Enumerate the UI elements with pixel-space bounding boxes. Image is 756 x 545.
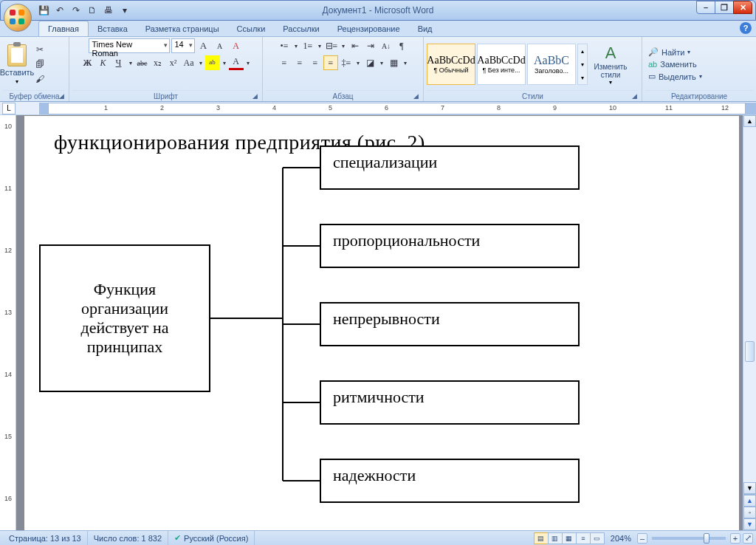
horizontal-ruler[interactable]: 123456789101112 xyxy=(39,103,756,114)
tab-review[interactable]: Рецензирование xyxy=(329,21,409,36)
help-icon[interactable]: ? xyxy=(740,22,752,34)
font-name-select[interactable]: Times New Roman ▾ xyxy=(89,38,170,53)
tab-mailings[interactable]: Рассылки xyxy=(274,21,328,36)
tab-view[interactable]: Вид xyxy=(409,21,441,36)
highlight-button[interactable]: ab xyxy=(205,55,220,70)
zoom-in-button[interactable]: + xyxy=(730,533,740,544)
justify-button[interactable]: ≡ xyxy=(323,55,338,70)
clear-format-button[interactable]: A xyxy=(229,38,244,53)
office-button[interactable] xyxy=(4,4,32,32)
borders-dropdown-icon[interactable]: ▾ xyxy=(402,55,409,70)
qat-new-icon[interactable]: 🗋 xyxy=(86,4,98,16)
styles-launcher-icon[interactable]: ◢ xyxy=(630,92,639,101)
cut-button[interactable]: ✂ xyxy=(32,43,47,56)
subscript-button[interactable]: x₂ xyxy=(151,55,165,70)
find-button[interactable]: 🔎 Найти ▾ xyxy=(647,47,704,58)
highlight-dropdown-icon[interactable]: ▾ xyxy=(221,55,228,70)
decrease-indent-button[interactable]: ⇤ xyxy=(348,38,362,53)
tab-insert[interactable]: Вставка xyxy=(89,21,137,36)
shading-button[interactable]: ◪ xyxy=(362,55,377,70)
paste-dropdown-icon[interactable]: ▾ xyxy=(16,78,18,85)
grow-font-button[interactable]: A xyxy=(196,38,211,53)
line-spacing-button[interactable]: ‡≡ xyxy=(339,55,354,70)
multilevel-button[interactable]: ⊟≡ xyxy=(324,38,339,53)
prev-page-button[interactable]: ▲ xyxy=(743,495,756,507)
vertical-ruler[interactable]: 10111213141516 xyxy=(0,115,16,530)
minimize-button[interactable]: – xyxy=(696,1,715,14)
font-size-select[interactable]: 14 ▾ xyxy=(171,38,195,53)
show-marks-button[interactable]: ¶ xyxy=(394,38,409,53)
scroll-track[interactable] xyxy=(743,127,756,482)
word-count[interactable]: Число слов: 1 832 xyxy=(88,531,168,545)
bold-button[interactable]: Ж xyxy=(80,55,95,70)
qat-save-icon[interactable]: 💾 xyxy=(38,4,49,16)
style-heading[interactable]: AaBbC Заголово... xyxy=(527,44,576,85)
styles-down-icon[interactable]: ▾ xyxy=(578,58,587,71)
zoom-value[interactable]: 204% xyxy=(605,534,637,543)
paragraph-launcher-icon[interactable]: ◢ xyxy=(411,92,420,101)
page[interactable]: функционирования предприятия (рис. 2). Ф… xyxy=(24,115,740,530)
numbering-button[interactable]: 1≡ xyxy=(300,38,315,53)
diagram-child-2[interactable]: пропорциональности xyxy=(320,224,580,268)
diagram-main-box[interactable]: Функция организации действует на принцип… xyxy=(39,244,210,392)
underline-dropdown-icon[interactable]: ▾ xyxy=(127,55,134,70)
font-color-button[interactable]: A xyxy=(229,55,244,70)
replace-button[interactable]: ab Заменить xyxy=(647,59,704,69)
format-painter-button[interactable]: 🖌 xyxy=(32,72,47,86)
tab-selector-button[interactable]: L xyxy=(2,103,16,114)
view-print-layout-button[interactable]: ▤ xyxy=(534,532,549,544)
clipboard-launcher-icon[interactable]: ◢ xyxy=(57,92,66,101)
change-case-button[interactable]: Aa xyxy=(182,55,196,70)
view-full-screen-button[interactable]: ▥ xyxy=(548,532,563,544)
superscript-button[interactable]: x² xyxy=(166,55,181,70)
bullets-dropdown-icon[interactable]: ▾ xyxy=(292,38,300,53)
case-dropdown-icon[interactable]: ▾ xyxy=(197,55,205,70)
tab-home[interactable]: Главная xyxy=(38,21,89,36)
zoom-expand-button[interactable]: ⤢ xyxy=(743,533,753,544)
view-web-button[interactable]: ▦ xyxy=(562,532,577,544)
diagram-child-4[interactable]: ритмичности xyxy=(320,380,580,425)
styles-more-icon[interactable]: ▾ xyxy=(578,71,587,84)
qat-redo-icon[interactable]: ↷ xyxy=(70,4,82,16)
language-status[interactable]: ✔ Русский (Россия) xyxy=(168,531,255,545)
qat-print-icon[interactable]: 🖶 xyxy=(103,4,114,16)
style-normal[interactable]: AaBbCcDd ¶ Обычный xyxy=(427,44,475,85)
page-status[interactable]: Страница: 13 из 13 xyxy=(3,531,88,545)
bullets-button[interactable]: •≡ xyxy=(277,38,292,53)
align-left-button[interactable]: ≡ xyxy=(277,55,292,70)
borders-button[interactable]: ▦ xyxy=(386,55,401,70)
font-color-dropdown-icon[interactable]: ▾ xyxy=(244,55,252,70)
qat-customize-icon[interactable]: ▾ xyxy=(119,4,131,16)
next-page-button[interactable]: ▼ xyxy=(743,518,756,530)
browse-object-button[interactable]: ◦ xyxy=(743,507,756,518)
view-draft-button[interactable]: ▭ xyxy=(590,532,605,544)
spacing-dropdown-icon[interactable]: ▾ xyxy=(354,55,362,70)
align-right-button[interactable]: ≡ xyxy=(308,55,323,70)
increase-indent-button[interactable]: ⇥ xyxy=(363,38,378,53)
styles-up-icon[interactable]: ▴ xyxy=(578,44,587,58)
close-button[interactable]: ✕ xyxy=(733,1,752,14)
maximize-button[interactable]: ❐ xyxy=(715,1,734,14)
select-button[interactable]: ▭ Выделить ▾ xyxy=(647,71,704,82)
numbering-dropdown-icon[interactable]: ▾ xyxy=(316,38,323,53)
qat-undo-icon[interactable]: ↶ xyxy=(54,4,66,16)
shrink-font-button[interactable]: A xyxy=(213,38,227,53)
shading-dropdown-icon[interactable]: ▾ xyxy=(378,55,385,70)
zoom-thumb[interactable] xyxy=(704,533,709,544)
change-styles-button[interactable]: A Изменить стили ▾ xyxy=(592,44,629,86)
scroll-down-button[interactable]: ▼ xyxy=(743,482,756,494)
tab-page-layout[interactable]: Разметка страницы xyxy=(137,21,228,36)
font-launcher-icon[interactable]: ◢ xyxy=(250,92,259,101)
zoom-out-button[interactable]: – xyxy=(637,533,647,544)
multilevel-dropdown-icon[interactable]: ▾ xyxy=(340,38,347,53)
diagram-child-1[interactable]: специализации xyxy=(320,145,580,190)
tab-references[interactable]: Ссылки xyxy=(228,21,275,36)
diagram-child-5[interactable]: надежности xyxy=(320,459,580,503)
strike-button[interactable]: abc xyxy=(135,55,150,70)
zoom-slider[interactable] xyxy=(652,537,726,540)
diagram-child-3[interactable]: непрерывности xyxy=(320,302,580,346)
scroll-thumb[interactable] xyxy=(745,341,755,362)
copy-button[interactable]: 🗐 xyxy=(32,58,47,71)
paste-button[interactable]: Вставить ▾ xyxy=(3,44,31,85)
italic-button[interactable]: К xyxy=(96,55,111,70)
